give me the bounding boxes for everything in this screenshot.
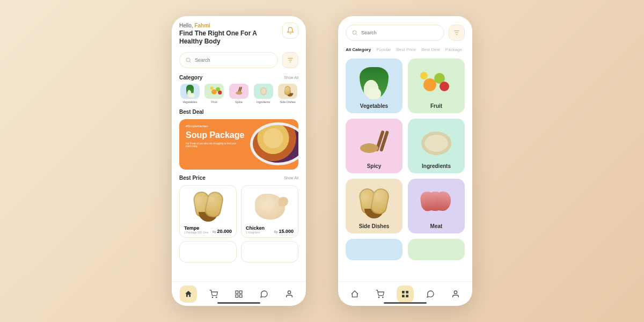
nav-cart[interactable] — [371, 286, 389, 303]
nav-profile[interactable] — [447, 286, 464, 303]
tile-vegetables[interactable]: Vegetables — [346, 58, 402, 113]
tab-popular[interactable]: Popular — [376, 47, 391, 52]
tab-best-price[interactable]: Best Price — [397, 47, 416, 52]
search-input[interactable] — [195, 57, 272, 63]
nav-home[interactable] — [180, 286, 197, 303]
best-deal-title: Best Deal — [179, 109, 204, 115]
svg-rect-5 — [236, 295, 238, 297]
greeting: Hello, Fahmi — [179, 23, 260, 28]
svg-rect-4 — [239, 291, 242, 294]
tile-ingredients[interactable]: Ingredients — [408, 119, 465, 173]
notification-button[interactable] — [282, 23, 298, 39]
nav-cart[interactable] — [205, 286, 222, 303]
tile-label: Side Dishes — [359, 223, 390, 229]
search-input[interactable] — [361, 30, 438, 35]
product-card-partial[interactable] — [241, 241, 298, 262]
svg-point-2 — [216, 297, 217, 297]
home-icon — [184, 290, 193, 298]
grid-icon — [235, 290, 243, 298]
tab-package[interactable]: Package — [445, 47, 462, 52]
user-name: Fahmi — [194, 23, 210, 28]
best-deal-card[interactable]: #SimpleKitchen Soup Package For those of… — [179, 119, 298, 170]
category-spice[interactable]: Spice — [228, 84, 250, 104]
product-card-partial[interactable] — [179, 241, 237, 262]
search-field[interactable] — [179, 52, 278, 68]
category-tabs: All Category Popular Best Price Best Dea… — [346, 47, 465, 52]
nav-home[interactable] — [346, 286, 363, 303]
bell-icon — [287, 27, 294, 34]
tile-partial[interactable] — [346, 239, 402, 260]
tab-best-deal[interactable]: Best Deal — [421, 47, 440, 52]
search-icon — [352, 30, 358, 36]
tile-side-dishes[interactable]: Side Dishes — [346, 179, 402, 233]
grid-icon — [401, 290, 409, 298]
tile-label: Spicy — [367, 163, 382, 169]
category-vegetables[interactable]: Vegetables — [179, 84, 201, 104]
nav-profile[interactable] — [281, 286, 298, 303]
svg-point-8 — [353, 31, 356, 34]
nav-categories[interactable] — [397, 286, 414, 303]
profile-icon — [285, 290, 294, 298]
best-price-title: Best Price — [179, 175, 206, 181]
tile-label: Vegetables — [360, 103, 388, 109]
filter-button[interactable] — [282, 52, 298, 68]
tile-label: Meat — [430, 223, 443, 229]
cart-icon — [209, 290, 218, 298]
best-price-show-all[interactable]: Show All — [284, 176, 298, 180]
category-row: Vegetables Fruit Spice Ingridients Side … — [179, 84, 298, 104]
category-title: Category — [179, 75, 202, 80]
svg-rect-3 — [236, 291, 238, 294]
svg-point-1 — [213, 297, 213, 297]
home-icon — [350, 290, 359, 298]
tab-all-category[interactable]: All Category — [346, 47, 371, 52]
category-side-dishes[interactable]: Side Dishes — [277, 84, 298, 104]
filter-icon — [287, 56, 294, 64]
meat-image — [421, 192, 452, 215]
svg-point-9 — [379, 297, 379, 297]
product-price: 20.000 — [217, 229, 232, 234]
nav-chat[interactable] — [422, 286, 439, 303]
svg-rect-11 — [402, 291, 405, 294]
product-card-chicken[interactable]: Chicken 1 Kilograms Rp15.000 — [241, 185, 298, 238]
fruit-image — [420, 71, 452, 96]
vegetables-image — [360, 67, 389, 99]
search-icon — [185, 57, 192, 63]
tile-meat[interactable]: Meat — [408, 179, 465, 233]
product-card-tempe[interactable]: Tempe 1 Package 500 Gms Rp20.000 — [179, 185, 237, 238]
svg-rect-6 — [239, 295, 242, 297]
chat-icon — [260, 290, 268, 298]
category-ingredients[interactable]: Ingridients — [253, 84, 274, 104]
home-indicator — [217, 302, 260, 304]
spice-image — [359, 129, 389, 157]
tempe-image — [192, 192, 224, 222]
catalog-screen: All Category Popular Best Price Best Dea… — [338, 16, 472, 306]
tile-spicy[interactable]: Spicy — [346, 119, 402, 173]
svg-rect-12 — [406, 291, 408, 294]
nav-chat[interactable] — [255, 286, 273, 303]
tile-partial[interactable] — [408, 239, 465, 260]
tile-label: Ingredients — [422, 163, 451, 169]
svg-rect-13 — [402, 295, 405, 297]
product-price: 15.000 — [279, 229, 294, 234]
soup-bowl-image — [250, 122, 298, 165]
filter-button[interactable] — [449, 25, 465, 41]
svg-point-15 — [454, 291, 457, 294]
svg-point-0 — [186, 58, 190, 62]
svg-point-7 — [288, 291, 290, 294]
headline: Find The Right One For A Healthy Body — [179, 30, 260, 46]
search-field[interactable] — [346, 25, 444, 41]
home-screen: Hello, Fahmi Find The Right One For A He… — [172, 16, 306, 306]
profile-icon — [451, 290, 460, 298]
cart-icon — [376, 290, 384, 298]
tile-label: Fruit — [430, 103, 442, 109]
nav-categories[interactable] — [230, 286, 247, 303]
deal-subtitle: For those of you who are struggling to f… — [186, 142, 239, 148]
filter-icon — [453, 29, 460, 36]
chat-icon — [426, 290, 435, 298]
category-show-all[interactable]: Show All — [284, 76, 298, 79]
greeting-prefix: Hello, — [179, 23, 194, 28]
tile-fruit[interactable]: Fruit — [408, 58, 465, 113]
home-indicator — [384, 302, 427, 304]
ingredients-image — [421, 131, 451, 155]
category-fruit[interactable]: Fruit — [204, 84, 225, 104]
